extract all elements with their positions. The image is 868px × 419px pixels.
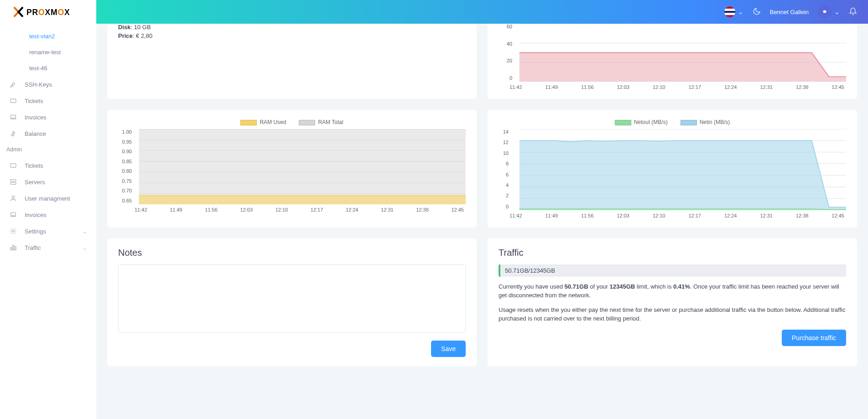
notes-title: Notes bbox=[118, 248, 466, 258]
top-header: PROXMOX ⌄ Bennet Gallein ⌄ bbox=[0, 0, 868, 24]
sidebar-item-balance[interactable]: Balance bbox=[0, 125, 96, 142]
cpu-chart: 6040200 11:4211:4911:5612:0312:1012:1712… bbox=[499, 24, 846, 90]
key-icon bbox=[9, 81, 17, 88]
sidebar-item-servers[interactable]: Servers bbox=[0, 174, 96, 190]
ticket-icon bbox=[9, 97, 17, 104]
purchase-traffic-button[interactable]: Purchase traffic bbox=[782, 330, 846, 346]
sidebar-item-ssh-keys[interactable]: SSH-Keys bbox=[0, 76, 96, 93]
info-disk: Disk: 10 GB bbox=[118, 24, 466, 31]
flag-uk-icon bbox=[724, 6, 735, 17]
traffic-reset-text: Usage resets when the you either pay the… bbox=[499, 305, 846, 323]
svg-rect-8 bbox=[11, 212, 16, 216]
ram-chart: 1.000.950.900.850.800.750.700.65 11:4211… bbox=[118, 129, 466, 212]
svg-rect-6 bbox=[10, 182, 16, 184]
sidebar-item-traffic[interactable]: Traffic⌄ bbox=[0, 239, 96, 256]
ram-chart-legend: RAM UsedRAM Total bbox=[118, 119, 466, 125]
user-avatar bbox=[818, 5, 832, 19]
sidebar-item-test-vlan2[interactable]: test-vlan2 bbox=[0, 28, 96, 44]
proxmox-logo-icon: PROXMOX bbox=[12, 5, 85, 19]
moon-icon bbox=[753, 7, 761, 16]
traffic-usage-text: Currently you have used 50.71GB of your … bbox=[499, 282, 846, 300]
save-button[interactable]: Save bbox=[431, 341, 466, 357]
sidebar-item-tickets[interactable]: Tickets bbox=[0, 157, 96, 174]
bell-icon bbox=[849, 7, 857, 16]
svg-rect-2 bbox=[10, 99, 16, 103]
info-price: Price: € 2,80 bbox=[118, 32, 466, 39]
svg-point-9 bbox=[12, 230, 14, 232]
chevron-down-icon: ⌄ bbox=[82, 228, 87, 235]
logo[interactable]: PROXMOX bbox=[0, 0, 96, 24]
net-chart-legend: Netout (MB/s)Netin (MB/s) bbox=[499, 119, 846, 125]
svg-text:PROXMOX: PROXMOX bbox=[26, 7, 70, 16]
ticket-icon bbox=[9, 162, 17, 169]
laptop-icon bbox=[9, 114, 17, 121]
user-menu[interactable]: ⌄ bbox=[818, 5, 840, 19]
server-info-card: Disk: 10 GB Price: € 2,80 bbox=[107, 24, 477, 99]
server-icon bbox=[9, 178, 17, 186]
laptop-icon bbox=[9, 211, 17, 218]
sidebar-item-settings[interactable]: Settings⌄ bbox=[0, 223, 96, 239]
traffic-progress-bar: 50.71GB/12345GB bbox=[499, 264, 846, 277]
main-content: Disk: 10 GB Price: € 2,80 6040200 11:421… bbox=[96, 24, 868, 419]
sidebar-item-invoices[interactable]: Invoices bbox=[0, 109, 96, 125]
traffic-title: Traffic bbox=[499, 248, 846, 258]
net-chart-card: Netout (MB/s)Netin (MB/s) 14121086420 11… bbox=[488, 110, 857, 228]
dark-mode-toggle[interactable] bbox=[753, 7, 761, 17]
svg-rect-5 bbox=[10, 180, 16, 181]
sidebar-item-rename-test[interactable]: rename-test bbox=[0, 44, 96, 60]
ram-chart-card: RAM UsedRAM Total 1.000.950.900.850.800.… bbox=[107, 110, 477, 228]
sidebar: test-vlan2rename-testtest-46 SSH-KeysTic… bbox=[0, 24, 96, 419]
user-name: Bennet Gallein bbox=[770, 9, 809, 16]
svg-rect-4 bbox=[10, 164, 16, 167]
chevron-down-icon: ⌄ bbox=[82, 244, 87, 251]
language-selector[interactable]: ⌄ bbox=[724, 6, 743, 17]
sidebar-item-user-managment[interactable]: User managment bbox=[0, 190, 96, 207]
gear-icon bbox=[9, 228, 17, 235]
chevron-down-icon: ⌄ bbox=[738, 8, 743, 16]
traffic-icon bbox=[9, 244, 17, 251]
notifications-button[interactable] bbox=[849, 7, 857, 17]
net-chart: 14121086420 11:4211:4911:5612:0312:1012:… bbox=[499, 129, 846, 218]
avatar-icon bbox=[820, 7, 829, 16]
sidebar-item-invoices[interactable]: Invoices bbox=[0, 207, 96, 223]
svg-rect-3 bbox=[11, 115, 16, 118]
sidebar-item-test-46[interactable]: test-46 bbox=[0, 60, 96, 76]
cpu-chart-card: 6040200 11:4211:4911:5612:0312:1012:1712… bbox=[488, 24, 857, 99]
svg-point-7 bbox=[12, 196, 14, 198]
traffic-card: Traffic 50.71GB/12345GB Currently you ha… bbox=[488, 238, 857, 366]
notes-card: Notes Save bbox=[107, 238, 477, 366]
chevron-down-icon: ⌄ bbox=[834, 8, 840, 16]
notes-textarea[interactable] bbox=[118, 264, 466, 333]
sidebar-item-tickets[interactable]: Tickets bbox=[0, 93, 96, 109]
sidebar-section-admin: Admin bbox=[0, 142, 96, 157]
user-icon bbox=[9, 195, 17, 202]
dollar-icon bbox=[9, 130, 17, 137]
